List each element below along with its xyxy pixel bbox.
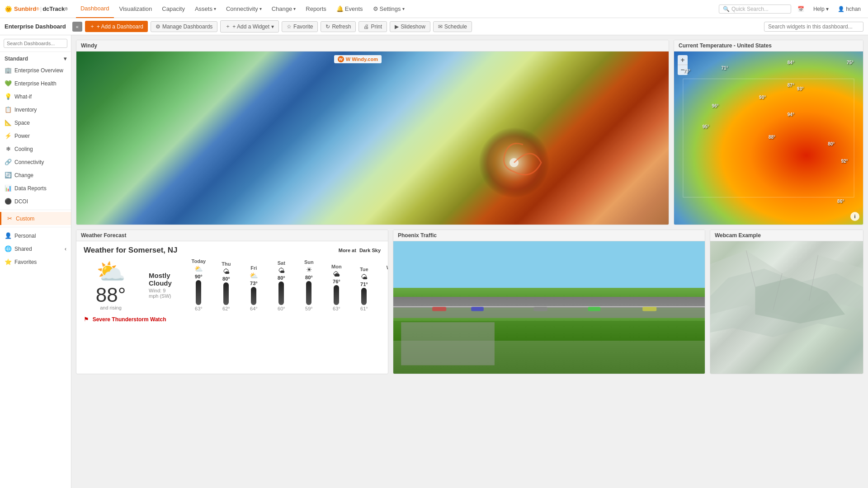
traffic-widget-body [393,241,705,374]
schedule-button[interactable]: ✉ Schedule [433,21,472,32]
what-if-icon: 💡 [5,93,12,100]
dcoi-icon: ⚫ [5,198,12,205]
rising-label: and rising [100,305,122,310]
sidebar-item-what-if[interactable]: 💡 What-if [0,90,71,103]
sidebar-item-enterprise-overview[interactable]: 🏢 Enterprise Overview [0,64,71,77]
webcam-widget: Webcam Example [710,230,863,374]
svg-rect-8 [642,306,656,311]
change-icon: 🔄 [5,172,12,178]
connectivity-icon: 🔗 [5,159,12,165]
sidebar-item-label: DCOI [14,198,28,205]
print-icon: 🖨 [363,23,369,30]
severe-alert[interactable]: ⚑ Severe Thunderstorm Watch [84,316,381,323]
nav-dashboard[interactable]: Dashboard [76,0,114,18]
weather-widget: Weather Forecast Weather for Somerset, N… [76,230,388,374]
windy-title: Windy [81,42,97,49]
svg-rect-9 [401,322,495,365]
temperature-title: Current Temperature - United States [679,42,772,49]
temp-label: 73° [684,69,690,74]
webcam-widget-body [710,241,863,374]
forecast-day-fri: Fri ⛅ 73° 64° [241,265,266,311]
windy-widget-body[interactable]: W W Windy.com [76,52,669,225]
sidebar-item-dcoi[interactable]: ⚫ DCOI [0,195,71,208]
nav-settings[interactable]: ⚙ Settings ▾ [368,0,409,18]
widget-icon: ＋ [225,23,231,30]
sidebar-item-label: Power [14,133,30,139]
nav-visualization[interactable]: Visualization [115,0,157,18]
sidebar-item-shared[interactable]: 🌐 Shared ‹ [0,242,71,255]
sidebar-item-power[interactable]: ⚡ Power [0,129,71,142]
enterprise-overview-icon: 🏢 [5,67,12,74]
user-button[interactable]: 👤 hchan [835,6,863,12]
weather-condition: Mostly Cloudy [149,272,172,287]
temp-label: 75° [847,60,854,65]
nav-connectivity[interactable]: Connectivity ▾ [222,0,266,18]
brand-logo[interactable]: 🌞 Sunbird ® | dcTrack ® [5,5,68,13]
bell-icon: 🔔 [336,5,344,12]
temperature-widget-body: + − 73° 71° 84° 75° 87° 96° 90° 93° [674,52,863,225]
print-label: Print [371,23,382,30]
personal-icon: 👤 [5,232,12,239]
slideshow-icon: ▶ [395,23,399,30]
space-icon: 📐 [5,119,12,126]
sidebar-item-label: Data Reports [14,185,47,192]
calendar-button[interactable]: 📅 [795,6,807,12]
sidebar-item-space[interactable]: 📐 Space [0,116,71,129]
dctrack-text: dcTrack [42,5,65,12]
forecast-day-sat: Sat 🌤 80° 60° [269,260,294,311]
current-temperature: 88° [96,285,126,305]
second-toolbar: Enterprise Dashboard « ＋ + Add a Dashboa… [0,18,868,35]
forecast-day-thu: Thu 🌤 80° 62° [214,261,239,311]
weather-title: Weather Forecast [81,232,126,239]
shared-collapse-icon: ‹ [65,246,66,252]
nav-change[interactable]: Change ▾ [267,0,301,18]
traffic-widget: Phoenix Traffic [393,230,705,374]
sidebar-item-connectivity[interactable]: 🔗 Connectivity [0,155,71,169]
nav-reports[interactable]: Reports [301,0,331,18]
widget-row-2: Weather Forecast Weather for Somerset, N… [76,230,863,374]
weather-source: More at Dark Sky [339,248,381,253]
favorite-button[interactable]: ☆ Favorite [282,21,318,32]
add-dashboard-button[interactable]: ＋ + Add a Dashboard [85,21,148,32]
manage-icon: ⚙ [156,23,160,30]
slideshow-button[interactable]: ▶ Slideshow [390,21,430,32]
manage-dashboards-label: Manage Dashboards [162,23,212,30]
temp-label: 90° [759,95,766,100]
sidebar-item-cooling[interactable]: ❄ Cooling [0,142,71,155]
sidebar-item-data-reports[interactable]: 📊 Data Reports [0,182,71,195]
sidebar-collapse-button[interactable]: « [72,22,82,32]
print-button[interactable]: 🖨 Print [359,21,387,32]
sidebar-item-custom[interactable]: ✂ Custom [0,212,71,225]
nav-capacity[interactable]: Capacity [157,0,189,18]
add-widget-button[interactable]: ＋ + Add a Widget ▾ [220,20,279,33]
help-button[interactable]: Help ▾ [811,6,831,12]
sidebar-item-enterprise-health[interactable]: 💚 Enterprise Health [0,77,71,90]
windy-logo: W W Windy.com [334,55,382,63]
temp-label: 93° [797,86,804,91]
username-label: hchan [846,6,861,12]
quick-search-box[interactable]: 🔍 Quick Search... [719,5,791,14]
sidebar-item-inventory[interactable]: 📋 Inventory [0,103,71,116]
sidebar-search-input[interactable] [4,39,67,48]
sidebar-item-change[interactable]: 🔄 Change [0,169,71,182]
user-icon: 👤 [838,6,844,12]
info-button[interactable]: i [850,212,859,221]
sidebar-item-favorites[interactable]: ⭐ Favorites [0,255,71,268]
sidebar-item-personal[interactable]: 👤 Personal [0,229,71,242]
weather-header: Weather for Somerset, NJ More at Dark Sk… [84,246,381,255]
nav-events[interactable]: 🔔 Events [332,0,368,18]
slideshow-label: Slideshow [401,23,425,30]
severe-alert-link[interactable]: Severe Thunderstorm Watch [93,316,166,323]
dctrack-registered: ® [65,7,68,11]
refresh-label: Refresh [332,23,351,30]
refresh-button[interactable]: ↻ Refresh [321,21,356,32]
nav-assets[interactable]: Assets ▾ [190,0,221,18]
weather-main-section: ⛅ 88° and rising Mostly Cloudy Wind: 9 m… [84,258,381,311]
manage-dashboards-button[interactable]: ⚙ Manage Dashboards [151,21,217,32]
widget-search-input[interactable] [764,22,863,32]
plus-icon: ＋ [90,23,95,30]
sidebar-item-label: Personal [14,233,36,239]
sidebar-item-label: Space [14,120,30,126]
weather-wind: Wind: 9 mph (SW) [149,288,172,299]
sidebar-item-label: Enterprise Overview [14,67,63,74]
